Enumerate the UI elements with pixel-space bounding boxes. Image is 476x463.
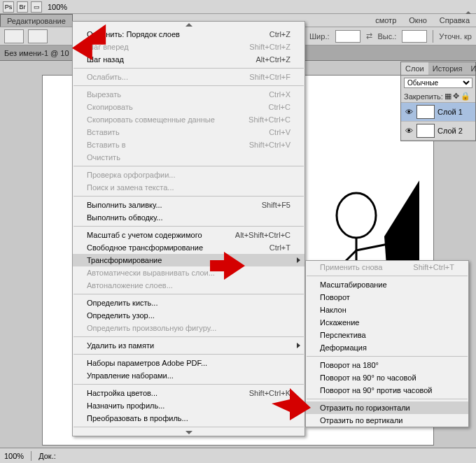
edit-dropdown: Отменить: Порядок слоевCtrl+Z Шаг вперед… <box>72 21 305 436</box>
menu-window[interactable]: Окно <box>402 14 433 27</box>
menu-stroke[interactable]: Выполнить обводку... <box>73 211 304 224</box>
menu-rotate-180[interactable]: Поворот на 180° <box>306 359 468 371</box>
menu-copy-merged: Скопировать совмещенные данныеShift+Ctrl… <box>73 113 304 126</box>
tool-preset[interactable] <box>4 29 24 43</box>
layer-row-1[interactable]: 👁 Слой 1 <box>401 103 475 122</box>
zoom-level: 100% <box>48 3 67 11</box>
menu-find-replace: Поиск и замена текста... <box>73 181 304 194</box>
menu-assign-profile[interactable]: Назначить профиль... <box>73 399 304 412</box>
tab-history[interactable]: История <box>428 62 467 75</box>
visibility-icon[interactable]: 👁 <box>404 126 414 136</box>
menu-transform[interactable]: Трансформирование <box>73 254 304 266</box>
menu-paste: ВставитьCtrl+V <box>73 126 304 138</box>
lock-pixels-icon[interactable]: ▦ <box>444 92 451 101</box>
height-label: Выс.: <box>378 32 397 41</box>
menu-convert-profile[interactable]: Преобразовать в профиль... <box>73 412 304 425</box>
top-toolbar: Ps Br ▭ 100% <box>0 0 476 14</box>
menu-color-settings[interactable]: Настройка цветов...Shift+Ctrl+K <box>73 387 304 399</box>
refine-label[interactable]: Уточн. кр <box>439 32 472 41</box>
annotation-arrow-3 <box>272 388 311 420</box>
menu-distort[interactable]: Искажение <box>306 316 468 329</box>
icon-screen[interactable]: ▭ <box>31 1 42 13</box>
menu-auto-blend: Автоналожение слоев... <box>73 279 304 292</box>
annotation-arrow-1 <box>69 21 109 62</box>
width-label: Шир.: <box>309 32 329 41</box>
menu-fill[interactable]: Выполнить заливку...Shift+F5 <box>73 199 304 211</box>
menu-rotate[interactable]: Поворот <box>306 291 468 304</box>
menu-auto-align: Автоматически выравнивать слои... <box>73 266 304 279</box>
icon-ps[interactable]: Ps <box>3 1 14 13</box>
menu-skew[interactable]: Наклон <box>306 304 468 316</box>
status-zoom[interactable]: 100% <box>4 452 24 460</box>
menu-warp[interactable]: Деформация <box>306 341 468 354</box>
svg-marker-7 <box>210 252 245 280</box>
menu-rotate-90-cw[interactable]: Поворот на 90° по часовой <box>306 371 468 384</box>
menu-flip-vertical[interactable]: Отразить по вертикали <box>306 414 468 427</box>
menu-clear: Очистить <box>73 151 304 164</box>
menu-content-aware-scale[interactable]: Масштаб с учетом содержимогоAlt+Shift+Ct… <box>73 229 304 241</box>
menu-rotate-90-ccw[interactable]: Поворот на 90° против часовой <box>306 384 468 397</box>
menu-cut: ВырезатьCtrl+X <box>73 88 304 101</box>
menu-transform-again: Применить сноваShift+Ctrl+T <box>306 261 468 273</box>
layers-panel: Слои История И Обычные Закрепить: ▦ ✥ 🔒 … <box>400 62 476 141</box>
height-input[interactable] <box>402 30 427 43</box>
transform-submenu: Применить сноваShift+Ctrl+T Масштабирова… <box>305 260 469 427</box>
svg-point-0 <box>337 193 376 238</box>
tab-layers[interactable]: Слои <box>401 62 428 75</box>
crop-tool-icon[interactable] <box>28 29 48 43</box>
menu-edit[interactable]: Редактирование <box>0 14 73 27</box>
menu-paste-into: Вставить вShift+Ctrl+V <box>73 138 304 151</box>
width-input[interactable] <box>335 30 360 43</box>
menu-define-shape: Определить произвольную фигуру... <box>73 322 304 334</box>
menu-free-transform[interactable]: Свободное трансформированиеCtrl+T <box>73 241 304 254</box>
svg-marker-8 <box>272 388 311 420</box>
lock-position-icon[interactable]: ✥ <box>453 92 459 101</box>
document-title: Без имени-1 @ 10 <box>4 49 69 57</box>
blend-mode-select[interactable]: Обычные <box>404 78 472 88</box>
submenu-arrow-icon <box>297 343 300 348</box>
layer-thumbnail <box>416 105 435 119</box>
menu-define-brush[interactable]: Определить кисть... <box>73 297 304 309</box>
menu-purge[interactable]: Удалить из памяти <box>73 339 304 352</box>
layer-thumbnail <box>416 124 435 138</box>
menu-perspective[interactable]: Перспектива <box>306 329 468 341</box>
lock-all-icon[interactable]: 🔒 <box>461 92 470 101</box>
menu-help[interactable]: Справка <box>433 14 476 27</box>
layer-name: Слой 1 <box>438 108 463 116</box>
tab-i[interactable]: И <box>466 62 476 75</box>
status-doc-label: Док.: <box>38 452 56 460</box>
lock-label: Закрепить: <box>404 92 443 101</box>
submenu-arrow-icon <box>297 257 300 263</box>
menu-view-partial[interactable]: смотр <box>369 14 402 27</box>
menu-copy: СкопироватьCtrl+C <box>73 101 304 113</box>
layer-row-2[interactable]: 👁 Слой 2 <box>401 122 475 141</box>
icon-br[interactable]: Br <box>17 1 28 13</box>
menu-pdf-presets[interactable]: Наборы параметров Adobe PDF... <box>73 357 304 369</box>
annotation-arrow-2 <box>210 252 245 280</box>
menu-flip-horizontal[interactable]: Отразить по горизонтали <box>306 401 468 414</box>
layer-name: Слой 2 <box>438 127 463 135</box>
menu-scale[interactable]: Масштабирование <box>306 278 468 291</box>
menu-define-pattern[interactable]: Определить узор... <box>73 309 304 322</box>
menu-preset-manager[interactable]: Управление наборами... <box>73 369 304 382</box>
menu-fade: Ослабить...Shift+Ctrl+F <box>73 71 304 83</box>
visibility-icon[interactable]: 👁 <box>404 107 414 117</box>
status-bar: 100% Док.: <box>0 448 476 463</box>
menu-spell: Проверка орфографии... <box>73 169 304 181</box>
svg-marker-6 <box>72 24 106 60</box>
